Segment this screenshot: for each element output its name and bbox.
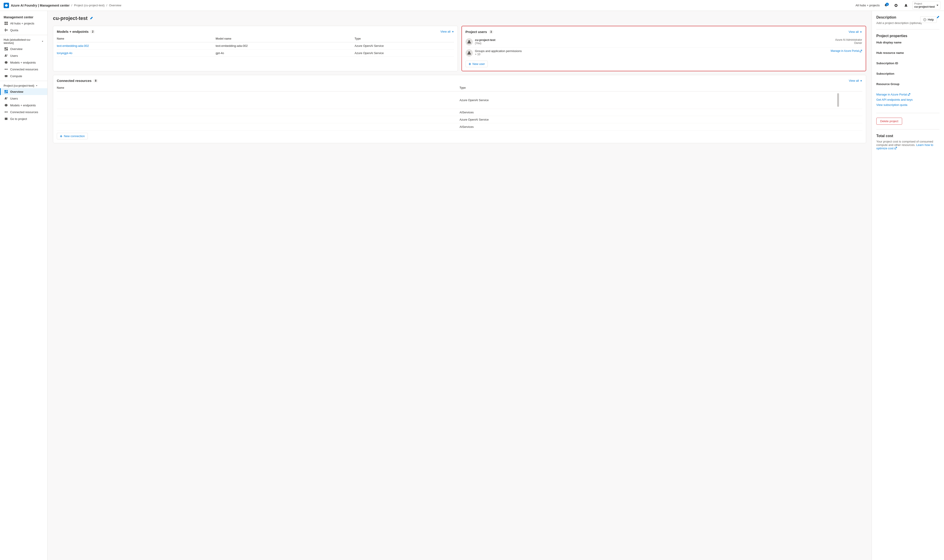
svg-point-19 xyxy=(5,69,6,70)
hub-connected-label: Connected resources xyxy=(10,68,38,71)
sidebar: Management center All hubs + projects Qu… xyxy=(0,11,48,560)
top-nav: Azure AI Foundry | Management center / P… xyxy=(0,0,944,11)
delete-project-button[interactable]: Delete project xyxy=(876,118,902,125)
users-card-title: Project users 3 xyxy=(465,30,494,34)
models-table-body: text-embedding-ada-002 text-embedding-ad… xyxy=(57,42,454,57)
help-button[interactable]: ? Help xyxy=(920,16,937,23)
edit-description-button[interactable] xyxy=(936,15,939,20)
resources-col-name: Name xyxy=(57,85,460,91)
new-connection-label: New connection xyxy=(64,134,85,138)
resource-group-label: Resource Group xyxy=(876,82,939,86)
models-card-header: Models + endpoints 2 View all xyxy=(57,30,454,34)
resource-type-cell: AIServices xyxy=(460,109,814,116)
project-collapse-icon xyxy=(35,85,38,87)
model-type-cell: Azure OpenAI Service xyxy=(355,42,454,49)
user-row-1: cu-project-test (You) Azure AI Administr… xyxy=(465,37,862,48)
project-users-card: Project users 3 View all xyxy=(462,26,866,71)
resource-name-cell xyxy=(57,91,460,109)
svg-marker-25 xyxy=(36,85,37,86)
user-left-1: cu-project-test (You) xyxy=(465,38,496,46)
hub-resource-name-prop: Hub resource name xyxy=(876,51,939,58)
view-quota-link[interactable]: View subscription quota xyxy=(876,103,939,106)
users-title-text: Project users xyxy=(465,30,487,34)
models-title-text: Models + endpoints xyxy=(57,30,88,34)
notification-button[interactable]: 1 xyxy=(882,2,890,9)
project-group: Project (cu-project-test) xyxy=(0,82,47,88)
grid-icon xyxy=(4,22,8,25)
resource-name-cell xyxy=(57,116,460,123)
model-model-cell: text-embedding-ada-002 xyxy=(216,42,355,49)
sidebar-item-hub-users[interactable]: Users xyxy=(0,52,47,59)
new-connection-button[interactable]: New connection xyxy=(57,133,88,139)
new-user-button[interactable]: New user xyxy=(465,61,488,67)
resources-table-row: Azure OpenAI Service xyxy=(57,91,862,109)
models-endpoints-card: Models + endpoints 2 View all Name Model… xyxy=(53,26,458,71)
users-view-all-link[interactable]: View all xyxy=(849,30,862,34)
settings-button[interactable] xyxy=(892,2,899,9)
hub-models-label: Models + endpoints xyxy=(10,61,36,64)
app-title: Azure AI Foundry | Management center xyxy=(11,4,69,7)
sidebar-item-hub-models[interactable]: Models + endpoints xyxy=(0,59,47,66)
svg-point-33 xyxy=(5,112,6,113)
models-col-type: Type xyxy=(355,36,454,42)
sidebar-item-project-users[interactable]: Users xyxy=(0,95,47,102)
project-selector[interactable]: Project cu-project-test xyxy=(912,1,940,9)
sidebar-item-project-connected[interactable]: Connected resources xyxy=(0,109,47,115)
manage-portal-link-2[interactable]: Manage in Azure Portal xyxy=(876,93,939,96)
all-hubs-label: All hubs + projects xyxy=(10,22,34,25)
total-cost-title: Total cost xyxy=(876,134,939,138)
svg-marker-11 xyxy=(42,41,43,42)
account-button[interactable] xyxy=(902,2,910,9)
hub-overview-label: Overview xyxy=(10,47,22,51)
hub-resource-name-value xyxy=(876,55,939,58)
hub-display-name-label: Hub display name xyxy=(876,41,939,44)
project-users-label: Users xyxy=(10,97,18,100)
connected-view-all-link[interactable]: View all xyxy=(849,79,862,82)
user-avatar-1 xyxy=(465,38,473,46)
svg-rect-8 xyxy=(5,29,8,30)
models-card-title: Models + endpoints 2 xyxy=(57,30,95,34)
subscription-value xyxy=(876,76,939,79)
resource-name-cell xyxy=(57,123,460,131)
subscription-prop: Subscription xyxy=(876,72,939,79)
models-view-all-link[interactable]: View all xyxy=(440,30,454,33)
resource-type-cell: Azure OpenAI Service xyxy=(460,116,814,123)
sidebar-item-quota[interactable]: Quota xyxy=(0,27,47,34)
sidebar-item-hub-overview[interactable]: Overview xyxy=(0,46,47,52)
svg-point-30 xyxy=(5,97,6,98)
all-hubs-link[interactable]: All hubs + projects xyxy=(856,4,880,7)
resources-table-row: AIServices xyxy=(57,123,862,131)
app-body: Management center All hubs + projects Qu… xyxy=(0,11,944,560)
resources-table-body: Azure OpenAI Service AIServices Azure Op… xyxy=(57,91,862,131)
project-group-label: Project (cu-project-test) xyxy=(4,84,44,87)
svg-rect-29 xyxy=(5,92,6,93)
models-table-row: text-embedding-ada-002 text-embedding-ad… xyxy=(57,42,454,49)
sidebar-item-project-overview[interactable]: Overview xyxy=(0,88,47,95)
sidebar-item-all-hubs[interactable]: All hubs + projects xyxy=(0,20,47,27)
groups-count: + 10 xyxy=(475,53,829,56)
sidebar-item-hub-compute[interactable]: Compute xyxy=(0,72,47,79)
api-endpoints-link[interactable]: Get API endpoints and keys xyxy=(876,98,939,102)
project-models-icon xyxy=(4,103,8,107)
sidebar-item-project-models[interactable]: Models + endpoints xyxy=(0,102,47,109)
hub-models-icon xyxy=(4,61,8,64)
project-overview-label: Overview xyxy=(10,90,23,94)
svg-rect-15 xyxy=(5,49,6,51)
groups-avatar xyxy=(465,49,473,57)
groups-name: Groups and application permissions xyxy=(475,49,829,53)
new-user-label: New user xyxy=(473,62,485,66)
resource-name-cell xyxy=(57,109,460,116)
models-table-header: Name Model name Type xyxy=(57,36,454,42)
sidebar-item-go-to-project[interactable]: Go to project xyxy=(0,115,47,122)
go-to-project-label: Go to project xyxy=(10,117,27,121)
resources-col-type: Type xyxy=(460,85,814,91)
project-overview-icon xyxy=(4,90,8,94)
manage-portal-link[interactable]: Manage in Azure Portal xyxy=(831,49,862,52)
breadcrumb-project: Project (cu-project-test) xyxy=(74,4,105,7)
hub-display-name-value xyxy=(876,45,939,48)
edit-title-button[interactable] xyxy=(90,17,93,20)
hub-users-icon xyxy=(4,54,8,57)
sidebar-item-hub-connected[interactable]: Connected resources xyxy=(0,66,47,72)
delete-section: Delete project xyxy=(876,118,939,129)
model-type-cell: Azure OpenAI Service xyxy=(355,49,454,57)
